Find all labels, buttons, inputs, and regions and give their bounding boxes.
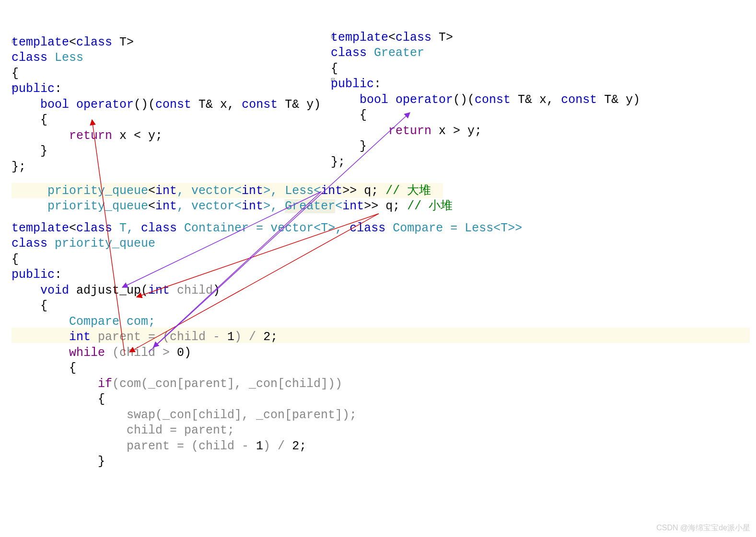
code-block-priority-queue: template<class T, class Container = vect…: [12, 205, 522, 470]
code-block-less: template<class T> class Less { public: b…: [12, 19, 321, 175]
code-block-greater: template<class T> class Greater { public…: [331, 14, 640, 170]
kw-template: template: [12, 35, 69, 49]
watermark: CSDN @海绵宝宝de派小星: [656, 523, 750, 533]
